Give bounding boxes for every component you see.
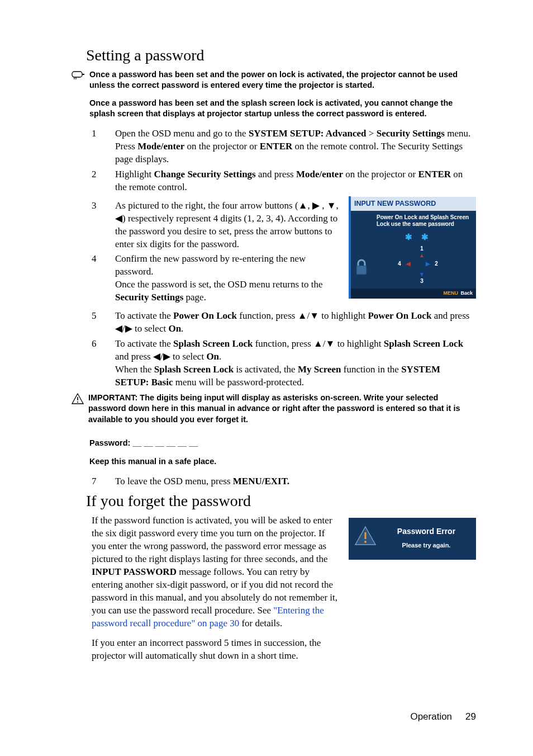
step-item: 1 Open the OSD menu and go to the SYSTEM… — [92, 127, 476, 166]
down-arrow-icon: ▼ — [327, 200, 336, 211]
step-number: 6 — [92, 338, 102, 389]
step-item: 5 To activate the Power On Lock function… — [92, 310, 476, 336]
down-arrow-icon: ▼ — [326, 338, 335, 349]
page-footer: Operation29 — [410, 711, 476, 724]
arrow-cross-diagram: 1 ▲ 4 ◀ ▶ 2 ▼ 3 — [372, 245, 472, 286]
left-arrow-icon: ◀ — [153, 351, 160, 362]
down-arrow-icon: ▼ — [310, 310, 319, 321]
osd-password-error-dialog: Password Error Please try again. — [349, 518, 476, 560]
up-arrow-icon: ▲ — [298, 310, 307, 321]
svg-rect-3 — [356, 266, 367, 275]
step-body: Highlight Change Security Settings and p… — [115, 168, 476, 194]
right-arrow-icon: ▶ — [125, 323, 132, 334]
warning-triangle-icon — [354, 526, 377, 550]
svg-point-5 — [77, 401, 78, 403]
step-number: 1 — [92, 127, 102, 166]
osd-title: INPUT NEW PASSWORD — [351, 196, 476, 211]
info-note-block: Once a password has been set and the pow… — [72, 69, 476, 120]
step-item: 6 To activate the Splash Screen Lock fun… — [92, 338, 476, 389]
left-arrow-icon: ◀ — [115, 323, 122, 334]
lock-icon — [355, 256, 368, 276]
right-arrow-icon: ▶ — [163, 351, 170, 362]
step-number: 2 — [92, 168, 102, 194]
step-item: 3 As pictured to the right, the four arr… — [92, 200, 342, 251]
right-arrow-icon: ▶ — [312, 200, 320, 211]
password-blank-line: Password: __ __ __ __ __ __ — [89, 438, 476, 449]
step-body: Open the OSD menu and go to the SYSTEM S… — [115, 127, 476, 166]
step-body: To leave the OSD menu, press MENU/EXIT. — [115, 475, 476, 488]
error-title: Password Error — [382, 526, 470, 537]
step-number: 5 — [92, 310, 102, 336]
keep-manual-line: Keep this manual in a safe place. — [89, 456, 476, 467]
note-paragraph: Once a password has been set and the spl… — [89, 98, 476, 120]
step-item: 7 To leave the OSD menu, press MENU/EXIT… — [92, 475, 476, 488]
osd-footer: MENU Back — [351, 289, 476, 299]
step-number: 7 — [92, 475, 102, 488]
hand-point-icon — [72, 69, 85, 120]
heading-setting-password: Setting a password — [86, 45, 476, 66]
note-paragraph: Once a password has been set and the pow… — [89, 69, 476, 91]
forget-text-block: If the password function is activated, y… — [92, 514, 340, 669]
osd-stars: ✱ ✱ — [355, 231, 472, 243]
heading-forget-password: If you forget the password — [86, 490, 476, 512]
osd-subtitle: Power On Lock and Splash Screen Lock use… — [355, 214, 472, 228]
step-number: 4 — [92, 253, 102, 304]
svg-point-7 — [364, 541, 367, 543]
important-text: IMPORTANT: The digits being input will d… — [88, 393, 476, 426]
important-note-block: IMPORTANT: The digits being input will d… — [72, 393, 476, 432]
up-arrow-icon: ▲ — [313, 338, 323, 349]
up-arrow-icon: ▲ — [298, 200, 308, 211]
error-subtitle: Please try again. — [382, 541, 470, 550]
svg-rect-0 — [72, 72, 82, 77]
step-body: To activate the Splash Screen Lock funct… — [115, 338, 476, 389]
step-number: 3 — [92, 200, 102, 251]
step-item: 2 Highlight Change Security Settings and… — [92, 168, 476, 194]
step-item: 4 Confirm the new password by re-enterin… — [92, 253, 342, 304]
step-body: Confirm the new password by re-entering … — [115, 253, 342, 304]
warning-triangle-icon — [72, 393, 84, 432]
step-body: To activate the Power On Lock function, … — [115, 310, 476, 336]
left-arrow-icon: ◀ — [115, 213, 122, 224]
step-body: As pictured to the right, the four arrow… — [115, 200, 342, 251]
osd-password-dialog: INPUT NEW PASSWORD Power On Lock and Spl… — [349, 196, 476, 299]
